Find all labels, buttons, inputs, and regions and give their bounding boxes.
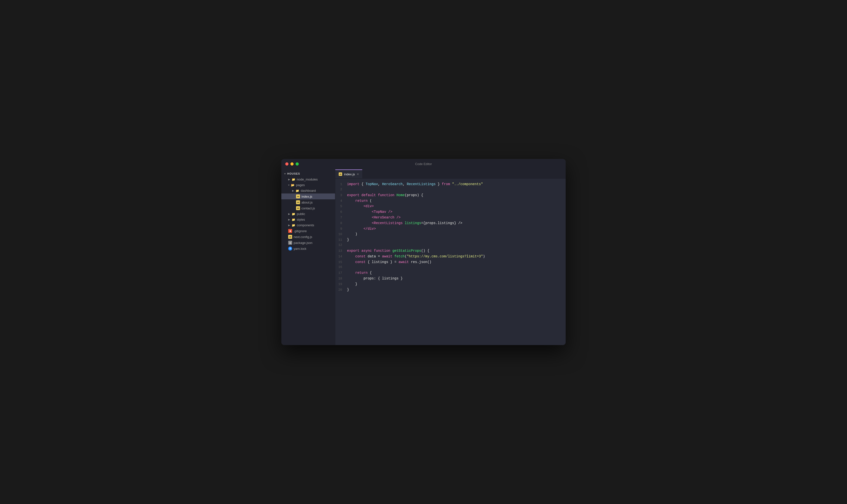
folder-icon: 📁 xyxy=(292,218,295,221)
titlebar: Code Editor xyxy=(281,159,566,169)
tab-index-js[interactable]: JS index.js × xyxy=(335,169,362,178)
token-str: "../components" xyxy=(452,182,483,186)
line-content: export default function Home(props) { xyxy=(347,193,561,198)
sidebar-item-index-js[interactable]: JS index.js xyxy=(281,194,335,199)
token-plain: props: { listings } xyxy=(347,276,403,281)
chevron-right-icon: ▶ xyxy=(288,213,290,215)
chevron-right-icon: ▶ xyxy=(288,178,290,181)
token-fn: fetch xyxy=(394,254,404,258)
code-line: 19 } xyxy=(335,282,566,287)
sidebar: ▾ HOUSES ▶ 📁 node_modules ▾ 📂 pages xyxy=(281,169,335,345)
token-jsx-open: <RecentListings xyxy=(372,221,404,225)
line-number: 13 xyxy=(335,249,347,254)
sidebar-item-styles[interactable]: ▶ 📁 styles xyxy=(281,217,335,222)
sidebar-item-public[interactable]: ▶ 📁 public xyxy=(281,211,335,217)
folder-icon: 📁 xyxy=(292,178,295,181)
token-jsx-open: <div> xyxy=(363,204,374,208)
sidebar-item-contact-js[interactable]: JS contact.js xyxy=(281,205,335,211)
sidebar-item-node-modules[interactable]: ▶ 📁 node_modules xyxy=(281,177,335,182)
token-jsx-open: <HeroSearch /> xyxy=(372,216,401,219)
token-from-kw: from xyxy=(442,182,450,186)
close-button[interactable] xyxy=(285,162,289,165)
token-plain xyxy=(376,193,378,197)
minimize-button[interactable] xyxy=(290,162,294,165)
folder-icon: 📁 xyxy=(292,223,295,227)
maximize-button[interactable] xyxy=(296,162,299,165)
sidebar-item-label: contact.js xyxy=(301,206,315,210)
sidebar-item-label: components xyxy=(297,223,314,227)
token-fn: getStaticProps xyxy=(392,249,421,253)
token-fn: Home xyxy=(397,193,405,197)
line-number: 7 xyxy=(335,215,347,220)
code-line: 4 return ( xyxy=(335,198,566,204)
token-plain xyxy=(347,210,372,214)
token-plain xyxy=(347,254,356,258)
sidebar-item-label: node_modules xyxy=(297,178,317,181)
line-content: <TopNav /> xyxy=(347,209,561,215)
tab-close-button[interactable]: × xyxy=(357,173,359,176)
line-number: 6 xyxy=(335,210,347,215)
code-line: 6 <TopNav /> xyxy=(335,209,566,215)
folder-icon: 📂 xyxy=(291,183,295,187)
code-line: 3export default function Home(props) { xyxy=(335,193,566,198)
token-attr: listings xyxy=(404,221,421,225)
token-plain xyxy=(347,260,356,264)
code-line: 11} xyxy=(335,237,566,243)
token-plain: { listings } = xyxy=(366,260,398,264)
line-content: const data = await fetch("https://my.cms… xyxy=(347,254,561,259)
token-plain xyxy=(347,227,363,231)
code-line: 15 const { listings } = await res.json() xyxy=(335,259,566,265)
line-content: const { listings } = await res.json() xyxy=(347,259,561,265)
git-file-icon: ◆ xyxy=(288,229,292,233)
chevron-right-icon: ▶ xyxy=(288,224,290,227)
code-line: 7 <HeroSearch /> xyxy=(335,215,566,220)
token-kw: import xyxy=(347,182,359,186)
code-line: 13export async function getStaticProps()… xyxy=(335,248,566,254)
line-content: return { xyxy=(347,270,561,275)
sidebar-item-package-json[interactable]: {} package.json xyxy=(281,240,335,246)
token-plain: , xyxy=(378,182,382,186)
line-number: 4 xyxy=(335,199,347,204)
tab-label: index.js xyxy=(344,173,355,176)
json-file-icon: {} xyxy=(288,241,292,245)
sidebar-item-yarn-lock[interactable]: ⦿ yarn.lock xyxy=(281,246,335,252)
line-content: props: { listings } xyxy=(347,276,561,281)
app-window: Code Editor ▾ HOUSES ▶ 📁 node_modules ▾ xyxy=(281,159,566,345)
js-file-icon: JS xyxy=(288,235,292,239)
token-kw: await xyxy=(398,260,409,264)
sidebar-item-dashboard[interactable]: ▶ 📁 dashboard xyxy=(281,188,335,194)
sidebar-item-label: yarn.lock xyxy=(294,247,306,251)
token-plain xyxy=(390,249,392,253)
token-import-name: RecentListings xyxy=(407,182,436,186)
sidebar-item-label: pages xyxy=(296,183,305,187)
sidebar-item-label: styles xyxy=(297,218,305,221)
js-tab-icon: JS xyxy=(339,173,342,176)
sidebar-root-label: HOUSES xyxy=(287,172,300,175)
code-line: 2 xyxy=(335,187,566,193)
sidebar-item-pages[interactable]: ▾ 📂 pages xyxy=(281,182,335,188)
code-line: 17 return { xyxy=(335,270,566,276)
token-plain: { xyxy=(368,271,372,275)
chevron-right-icon: ▶ xyxy=(288,218,290,221)
line-number: 8 xyxy=(335,221,347,226)
code-editor[interactable]: 1import { TopNav, HeroSearch, RecentList… xyxy=(335,179,566,345)
code-line: 8 <RecentListings listings={props.listin… xyxy=(335,220,566,226)
line-number: 11 xyxy=(335,237,347,243)
js-file-icon: JS xyxy=(296,195,300,198)
sidebar-item-next-config[interactable]: JS next.config.js xyxy=(281,234,335,240)
sidebar-item-label: index.js xyxy=(301,195,312,198)
token-plain: ( xyxy=(404,193,407,197)
tab-bar: JS index.js × xyxy=(335,169,566,179)
sidebar-root[interactable]: ▾ HOUSES xyxy=(281,171,335,177)
token-plain xyxy=(392,254,394,258)
sidebar-item-components[interactable]: ▶ 📁 components xyxy=(281,222,335,228)
sidebar-item-label: .gitignore xyxy=(294,229,307,233)
sidebar-item-gitignore[interactable]: ◆ .gitignore xyxy=(281,228,335,234)
code-line: 14 const data = await fetch("https://my.… xyxy=(335,254,566,259)
sidebar-item-about-js[interactable]: JS about.js xyxy=(281,199,335,205)
line-number: 5 xyxy=(335,204,347,209)
line-number: 16 xyxy=(335,265,347,270)
line-content: } xyxy=(347,237,561,242)
line-content: </div> xyxy=(347,226,561,231)
line-number: 19 xyxy=(335,282,347,287)
